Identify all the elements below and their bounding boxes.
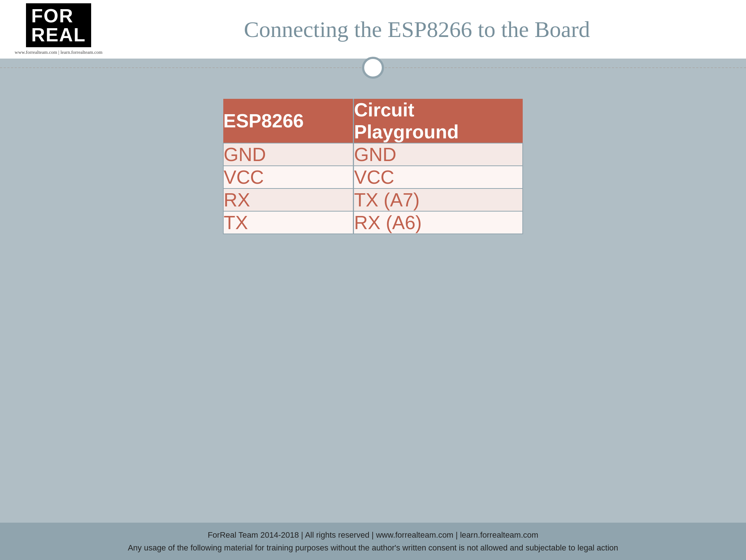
page-header: FOR REAL www.forrealteam.com | learn.for… xyxy=(0,0,746,59)
cp-gnd: GND xyxy=(354,143,523,166)
page-title: Connecting the ESP8266 to the Board xyxy=(102,16,731,42)
esp-gnd: GND xyxy=(223,143,354,166)
logo-line1: FOR xyxy=(31,5,74,26)
esp-rx: RX xyxy=(223,188,354,211)
esp-vcc: VCC xyxy=(223,166,354,188)
table-row: VCC VCC xyxy=(223,166,523,188)
cp-tx: TX (A7) xyxy=(354,188,523,211)
page-footer: ForReal Team 2014-2018 | All rights rese… xyxy=(0,523,746,560)
table-header-row: ESP8266 Circuit Playground xyxy=(223,99,523,143)
divider-circle xyxy=(362,57,384,79)
main-content: ESP8266 Circuit Playground GND GND VCC V… xyxy=(0,77,746,234)
esp-tx: TX xyxy=(223,211,354,234)
footer-line2: Any usage of the following material for … xyxy=(7,541,739,554)
table-row: RX TX (A7) xyxy=(223,188,523,211)
logo-area: FOR REAL www.forrealteam.com | learn.for… xyxy=(15,3,102,55)
divider xyxy=(0,59,746,77)
cp-vcc: VCC xyxy=(354,166,523,188)
logo-line2: REAL xyxy=(31,24,86,45)
logo-box: FOR REAL xyxy=(26,3,91,47)
table-row: GND GND xyxy=(223,143,523,166)
col2-header: Circuit Playground xyxy=(354,99,523,143)
logo-urls: www.forrealteam.com | learn.forrealteam.… xyxy=(15,49,102,55)
col1-header: ESP8266 xyxy=(223,99,354,143)
connection-table: ESP8266 Circuit Playground GND GND VCC V… xyxy=(223,99,523,234)
cp-rx: RX (A6) xyxy=(354,211,523,234)
table-row: TX RX (A6) xyxy=(223,211,523,234)
footer-line1: ForReal Team 2014-2018 | All rights rese… xyxy=(7,529,739,541)
